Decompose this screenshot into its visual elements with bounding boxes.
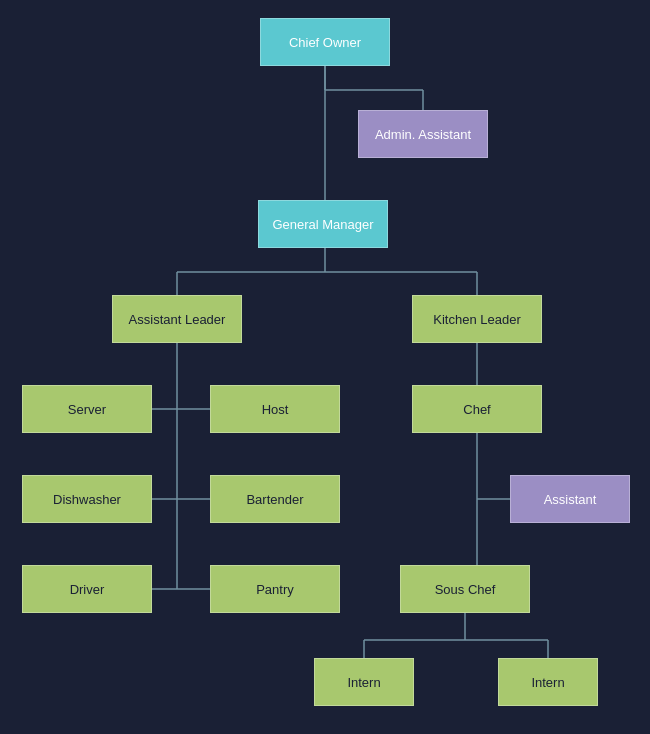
node-pantry: Pantry [210,565,340,613]
connector-lines [0,0,650,734]
node-driver: Driver [22,565,152,613]
node-server: Server [22,385,152,433]
org-chart: Chief Owner Admin. Assistant General Man… [0,0,650,734]
node-assistant: Assistant [510,475,630,523]
node-assistant-leader: Assistant Leader [112,295,242,343]
node-chef: Chef [412,385,542,433]
node-host: Host [210,385,340,433]
node-chief-owner: Chief Owner [260,18,390,66]
node-intern-2: Intern [498,658,598,706]
node-intern-1: Intern [314,658,414,706]
node-admin-assistant: Admin. Assistant [358,110,488,158]
node-bartender: Bartender [210,475,340,523]
node-dishwasher: Dishwasher [22,475,152,523]
node-general-manager: General Manager [258,200,388,248]
node-sous-chef: Sous Chef [400,565,530,613]
node-kitchen-leader: Kitchen Leader [412,295,542,343]
